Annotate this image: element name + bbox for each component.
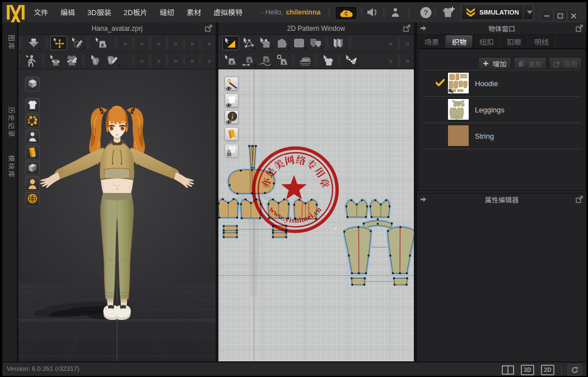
collapsed-group[interactable]: »	[202, 39, 216, 48]
view-3d-button[interactable]: 3D	[521, 365, 534, 375]
3d-window-title-bar[interactable]: Hana_avatar.zprj	[18, 22, 216, 35]
tool-add-point[interactable]	[257, 36, 274, 50]
collapsed-group[interactable]: »	[384, 56, 397, 65]
tool-avatar-pose[interactable]	[22, 53, 39, 68]
tool-texture-shirt[interactable]	[320, 53, 337, 68]
tool-dart[interactable]	[307, 36, 324, 50]
tool-import-dropdown[interactable]	[25, 36, 42, 50]
maximize-button[interactable]	[554, 10, 567, 22]
tab-button[interactable]: 纽扣	[473, 35, 501, 48]
cube-icon	[27, 78, 38, 89]
collapsed-group[interactable]: »	[135, 56, 148, 65]
simulation-button[interactable]: SIMULATION	[461, 4, 534, 20]
menu-3d-garment[interactable]: 3D服装	[81, 2, 118, 22]
show-wireframe-button[interactable]	[25, 192, 40, 206]
tool-3d-sewing[interactable]	[92, 36, 109, 50]
collapsed-group[interactable]: »	[152, 56, 165, 65]
help-button[interactable]: ?	[417, 4, 435, 20]
copy-fabric-button[interactable]: 复制	[514, 57, 547, 70]
property-editor-header[interactable]: 属性编辑器	[417, 193, 586, 206]
tool-rectangle[interactable]	[291, 36, 307, 50]
2d-pattern-canvas[interactable]: 亦是美网络专用章 www.yishimei.cn	[218, 69, 414, 361]
minimize-button[interactable]	[540, 10, 553, 22]
rail-tab-module-library[interactable]: 模块库	[2, 154, 17, 179]
collapsed-group[interactable]: »	[135, 39, 148, 48]
menu-sewing[interactable]: 缝纫	[153, 2, 180, 22]
show-garment-2d-button[interactable]	[225, 93, 239, 107]
rail-tab-history[interactable]: 历史记录	[2, 106, 17, 139]
view-2d-button[interactable]: 2D	[541, 365, 554, 375]
tool-pleats[interactable]	[330, 36, 347, 50]
collapsed-group[interactable]: »	[185, 56, 199, 65]
collapsed-group[interactable]: »	[400, 56, 414, 65]
collapsed-group[interactable]: »	[202, 56, 216, 65]
menu-2d-pattern[interactable]: 2D板片	[118, 2, 154, 22]
tool-edit-curve-3d[interactable]	[47, 53, 64, 68]
tool-edit-pattern[interactable]	[240, 36, 257, 50]
tool-3d-select-move[interactable]	[50, 36, 67, 50]
add-fabric-button[interactable]: 增加	[478, 57, 511, 70]
2d-window-title-bar[interactable]: 2D Pattern Window	[218, 22, 414, 35]
show-fabric-gray-button[interactable]	[25, 161, 40, 175]
show-avatar-button[interactable]	[25, 129, 40, 144]
show-fabric-orange-button[interactable]	[25, 145, 40, 159]
tool-pen-3d[interactable]	[64, 53, 81, 68]
tool-drape-pen[interactable]	[104, 53, 121, 68]
fabric-row-leggings[interactable]: Leggings	[423, 96, 581, 122]
tool-free-sewing[interactable]	[240, 53, 257, 68]
menu-edit[interactable]: 编辑	[54, 2, 81, 22]
show-3d-gizmo-button[interactable]	[25, 77, 40, 91]
show-fabric-button[interactable]	[225, 127, 239, 141]
sync-button[interactable]	[567, 364, 582, 376]
collapsed-group[interactable]: »	[118, 39, 132, 48]
tool-segment-sewing[interactable]	[222, 53, 239, 68]
lock-pattern-button[interactable]	[225, 144, 239, 158]
fabric-row-hoodie[interactable]: Hoodie	[423, 70, 581, 96]
rail-tab-library[interactable]: 图库	[2, 34, 17, 51]
add-garment-button[interactable]	[438, 4, 458, 20]
tab-buttonhole[interactable]: 扣眼	[501, 35, 528, 48]
show-info-button[interactable]: i	[225, 110, 239, 124]
tool-drape[interactable]	[87, 53, 104, 68]
split-view-button[interactable]	[502, 365, 514, 375]
simulation-dropdown-caret[interactable]	[527, 11, 533, 14]
tool-transform-pattern[interactable]	[222, 36, 239, 50]
tool-sewing-check[interactable]	[274, 53, 291, 68]
collapsed-group[interactable]: »	[400, 39, 414, 48]
collapse-arrow-icon[interactable]	[420, 196, 427, 202]
tab-topstitch[interactable]: 明线	[528, 35, 556, 48]
menu-material[interactable]: 素材	[180, 2, 207, 22]
fabric-row-string[interactable]: String	[423, 122, 581, 149]
close-button[interactable]	[567, 10, 580, 22]
collapsed-group[interactable]: »	[152, 39, 165, 48]
object-window-header[interactable]: 物体窗口	[417, 22, 586, 35]
popout-icon[interactable]	[576, 25, 583, 32]
collapse-arrow-icon[interactable]	[420, 25, 427, 31]
account-button[interactable]	[386, 4, 404, 20]
tool-3d-pen[interactable]	[69, 36, 86, 50]
collapsed-group[interactable]: »	[169, 39, 182, 48]
cloud-account-button[interactable]	[335, 6, 357, 20]
collapsed-group[interactable]: »	[169, 56, 182, 65]
tab-fabric[interactable]: 织物	[446, 35, 473, 48]
sound-button[interactable]	[363, 4, 381, 20]
show-particles-button[interactable]	[25, 114, 40, 128]
collapsed-group[interactable]: »	[384, 39, 397, 48]
apply-fabric-button[interactable]: 应用	[549, 57, 582, 70]
show-garment-button[interactable]	[25, 98, 40, 112]
menu-file[interactable]: 文件	[27, 2, 54, 22]
popout-icon[interactable]	[205, 25, 212, 32]
username-link[interactable]: chileninna	[286, 8, 321, 16]
tool-curve-sewing[interactable]	[257, 53, 274, 68]
3d-viewport[interactable]	[18, 69, 216, 361]
tool-print-layout[interactable]	[343, 53, 360, 68]
popout-icon[interactable]	[576, 196, 583, 203]
show-sewing-lines-button[interactable]	[225, 77, 239, 91]
show-avatar-skin-button[interactable]	[25, 176, 40, 191]
tool-polygon[interactable]	[274, 36, 291, 50]
tab-scene[interactable]: 场景	[418, 35, 446, 48]
menu-avatar[interactable]: 虚拟模特	[207, 2, 249, 22]
tool-iron[interactable]	[297, 53, 314, 68]
popout-icon[interactable]	[403, 25, 410, 32]
collapsed-group[interactable]: »	[185, 39, 199, 48]
